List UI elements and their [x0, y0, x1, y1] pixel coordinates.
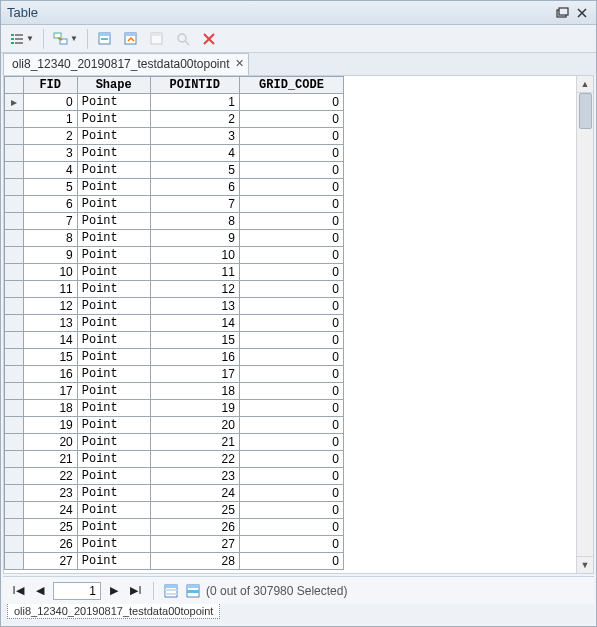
table-row[interactable]: 11Point120 — [5, 281, 344, 298]
cell-pointid[interactable]: 22 — [150, 451, 239, 468]
cell-shape[interactable]: Point — [77, 553, 150, 570]
cell-shape[interactable]: Point — [77, 162, 150, 179]
related-tables-button[interactable]: ▼ — [49, 28, 82, 50]
cell-fid[interactable]: 2 — [23, 128, 77, 145]
cell-pointid[interactable]: 8 — [150, 213, 239, 230]
cell-fid[interactable]: 26 — [23, 536, 77, 553]
cell-gridcode[interactable]: 0 — [239, 298, 343, 315]
row-selector[interactable] — [5, 145, 24, 162]
cell-pointid[interactable]: 11 — [150, 264, 239, 281]
cell-pointid[interactable]: 2 — [150, 111, 239, 128]
bottom-layer-tab[interactable]: oli8_12340_20190817_testdata00topoint — [7, 604, 220, 619]
cell-gridcode[interactable]: 0 — [239, 349, 343, 366]
cell-gridcode[interactable]: 0 — [239, 281, 343, 298]
table-row[interactable]: 9Point100 — [5, 247, 344, 264]
table-row[interactable]: 24Point250 — [5, 502, 344, 519]
scroll-down-arrow-icon[interactable]: ▼ — [577, 556, 593, 573]
table-row[interactable]: 20Point210 — [5, 434, 344, 451]
row-selector[interactable] — [5, 417, 24, 434]
cell-pointid[interactable]: 16 — [150, 349, 239, 366]
cell-gridcode[interactable]: 0 — [239, 536, 343, 553]
row-selector[interactable] — [5, 332, 24, 349]
cell-pointid[interactable]: 4 — [150, 145, 239, 162]
row-selector[interactable] — [5, 298, 24, 315]
table-row[interactable]: 18Point190 — [5, 400, 344, 417]
cell-shape[interactable]: Point — [77, 417, 150, 434]
row-selector[interactable] — [5, 162, 24, 179]
cell-shape[interactable]: Point — [77, 247, 150, 264]
cell-fid[interactable]: 6 — [23, 196, 77, 213]
cell-fid[interactable]: 24 — [23, 502, 77, 519]
table-row[interactable]: 27Point280 — [5, 553, 344, 570]
vertical-scrollbar[interactable]: ▲ ▼ — [576, 76, 593, 573]
show-selected-button[interactable] — [184, 582, 202, 600]
cell-shape[interactable]: Point — [77, 502, 150, 519]
delete-selected-button[interactable] — [197, 28, 221, 50]
cell-fid[interactable]: 21 — [23, 451, 77, 468]
cell-gridcode[interactable]: 0 — [239, 366, 343, 383]
table-row[interactable]: 21Point220 — [5, 451, 344, 468]
cell-gridcode[interactable]: 0 — [239, 145, 343, 162]
table-row[interactable]: 8Point90 — [5, 230, 344, 247]
cell-fid[interactable]: 25 — [23, 519, 77, 536]
cell-fid[interactable]: 20 — [23, 434, 77, 451]
table-row[interactable]: 23Point240 — [5, 485, 344, 502]
cell-fid[interactable]: 3 — [23, 145, 77, 162]
table-row[interactable]: 25Point260 — [5, 519, 344, 536]
cell-fid[interactable]: 10 — [23, 264, 77, 281]
last-record-button[interactable]: ▶I — [127, 582, 145, 600]
cell-fid[interactable]: 22 — [23, 468, 77, 485]
cell-pointid[interactable]: 12 — [150, 281, 239, 298]
row-selector[interactable] — [5, 111, 24, 128]
cell-shape[interactable]: Point — [77, 519, 150, 536]
cell-pointid[interactable]: 18 — [150, 383, 239, 400]
row-selector[interactable] — [5, 400, 24, 417]
table-row[interactable]: 5Point60 — [5, 179, 344, 196]
cell-pointid[interactable]: 7 — [150, 196, 239, 213]
switch-selection-button[interactable] — [119, 28, 143, 50]
cell-gridcode[interactable]: 0 — [239, 315, 343, 332]
cell-pointid[interactable]: 17 — [150, 366, 239, 383]
cell-pointid[interactable]: 20 — [150, 417, 239, 434]
cell-pointid[interactable]: 3 — [150, 128, 239, 145]
row-selector[interactable] — [5, 383, 24, 400]
cell-shape[interactable]: Point — [77, 315, 150, 332]
cell-fid[interactable]: 4 — [23, 162, 77, 179]
cell-fid[interactable]: 1 — [23, 111, 77, 128]
cell-shape[interactable]: Point — [77, 485, 150, 502]
cell-shape[interactable]: Point — [77, 213, 150, 230]
table-row[interactable]: 14Point150 — [5, 332, 344, 349]
row-selector[interactable] — [5, 468, 24, 485]
row-selector[interactable] — [5, 485, 24, 502]
cell-gridcode[interactable]: 0 — [239, 468, 343, 485]
table-row[interactable]: 2Point30 — [5, 128, 344, 145]
cell-shape[interactable]: Point — [77, 94, 150, 111]
show-all-button[interactable] — [162, 582, 180, 600]
cell-shape[interactable]: Point — [77, 366, 150, 383]
cell-fid[interactable]: 13 — [23, 315, 77, 332]
cell-pointid[interactable]: 14 — [150, 315, 239, 332]
table-row[interactable]: 17Point180 — [5, 383, 344, 400]
cell-gridcode[interactable]: 0 — [239, 383, 343, 400]
cell-gridcode[interactable]: 0 — [239, 213, 343, 230]
cell-fid[interactable]: 23 — [23, 485, 77, 502]
cell-pointid[interactable]: 5 — [150, 162, 239, 179]
table-row[interactable]: 13Point140 — [5, 315, 344, 332]
table-row[interactable]: 22Point230 — [5, 468, 344, 485]
cell-gridcode[interactable]: 0 — [239, 230, 343, 247]
table-row[interactable]: 15Point160 — [5, 349, 344, 366]
cell-gridcode[interactable]: 0 — [239, 247, 343, 264]
cell-pointid[interactable]: 19 — [150, 400, 239, 417]
cell-shape[interactable]: Point — [77, 400, 150, 417]
scroll-up-arrow-icon[interactable]: ▲ — [577, 76, 593, 93]
cell-shape[interactable]: Point — [77, 349, 150, 366]
cell-fid[interactable]: 16 — [23, 366, 77, 383]
cell-fid[interactable]: 5 — [23, 179, 77, 196]
row-selector[interactable] — [5, 553, 24, 570]
layer-tab[interactable]: oli8_12340_20190817_testdata00topoint ✕ — [3, 53, 249, 75]
cell-pointid[interactable]: 21 — [150, 434, 239, 451]
cell-fid[interactable]: 12 — [23, 298, 77, 315]
table-row[interactable]: 16Point170 — [5, 366, 344, 383]
column-header-gridcode[interactable]: GRID_CODE — [239, 77, 343, 94]
row-header-corner[interactable] — [5, 77, 24, 94]
